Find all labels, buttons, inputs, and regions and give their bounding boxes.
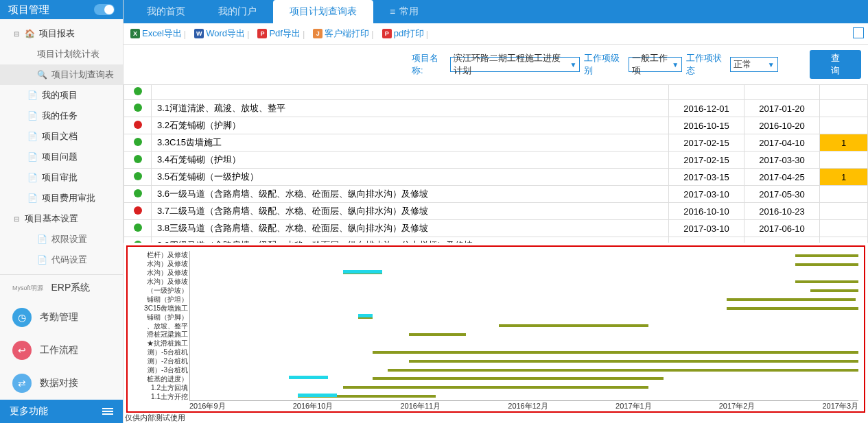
gantt-bar <box>343 270 382 274</box>
sidebar-item[interactable]: 📄项目费用审批 <box>0 188 123 208</box>
end-date: 2016-10-20 <box>744 117 820 134</box>
table-row[interactable]: 3.5石笼铺砌（一级护坡）2017-03-152017-04-251 <box>124 169 868 186</box>
status-dot <box>134 223 142 232</box>
gantt-bar <box>409 333 466 336</box>
x-tick: 2016年11月 <box>400 401 441 411</box>
sidebar-toggle[interactable] <box>94 4 115 15</box>
tab[interactable]: ≡常用 <box>373 0 435 23</box>
start-date: 2016-10-15 <box>669 117 744 134</box>
gantt-bar <box>409 360 858 363</box>
flag-cell <box>820 220 868 237</box>
erp-logo: Mysoft明源 <box>12 284 43 293</box>
select-value: 滨江环路二期工程施工进度计划 <box>454 52 567 77</box>
flag-cell <box>820 117 868 134</box>
task-name: 3.6一级马道（含路肩墙、级配、水稳、砼面层、纵向排水沟）及修坡 <box>152 186 669 203</box>
sidebar-item[interactable]: 📄项目审批 <box>0 167 123 188</box>
status-dot <box>134 206 142 215</box>
status-dot <box>134 241 142 243</box>
gantt-bar <box>727 298 856 301</box>
gantt-row-label: 测）-5台桩机 <box>128 348 188 356</box>
work-level-select[interactable]: 一般工作项▼ <box>629 57 682 72</box>
chevron-down-icon: ▼ <box>669 61 679 69</box>
tab[interactable]: 我的门户 <box>202 0 273 23</box>
table-row[interactable]: 3.9四级马道（含路肩墙、级配、水稳、砼面层、纵向排水沟、仿木栏杆）及修坡201… <box>124 237 868 243</box>
gantt-row-label: 测）-2台桩机 <box>128 357 188 365</box>
gantt-row-label: （一级护坡） <box>128 287 188 295</box>
end-date: 2017-05-10 <box>744 237 820 243</box>
task-name: 3.3C15齿墙施工 <box>152 134 669 152</box>
x-tick: 2017年1月 <box>615 401 652 411</box>
task-name: 3.4石笼铺砌（护坦） <box>152 152 669 169</box>
export-button[interactable]: XExcel导出| <box>130 27 186 40</box>
more-functions-button[interactable]: 更多功能 <box>0 400 123 423</box>
work-status-select[interactable]: 正常▼ <box>730 57 777 72</box>
tab[interactable]: 项目计划查询表 <box>273 0 373 23</box>
sidebar-item[interactable]: 🔍项目计划查询表 <box>0 64 123 85</box>
qm-label: 数据对接 <box>40 377 78 389</box>
flag-cell: 1 <box>820 169 868 186</box>
table-row[interactable]: 3.8三级马道（含路肩墙、级配、水稳、砼面层、纵向排水沟）及修坡2017-03-… <box>124 220 868 237</box>
data-table-wrap: 3.1河道清淤、疏浚、放坡、整平2016-12-012017-01-203.2石… <box>124 84 868 243</box>
sidebar-item[interactable]: ⊟项目基本设置 <box>0 208 123 229</box>
table-row[interactable]: 3.3C15齿墙施工2017-02-152017-04-101 <box>124 134 868 152</box>
end-date: 2017-06-10 <box>744 220 820 237</box>
x-tick: 2017年3月 <box>822 401 858 411</box>
sidebar-item[interactable]: 📄项目问题 <box>0 147 123 167</box>
gantt-bar <box>810 289 858 292</box>
sidebar-item[interactable]: 📄代码设置 <box>0 250 123 270</box>
qm-label: ERP系统 <box>51 282 91 294</box>
table-row[interactable]: 3.7二级马道（含路肩墙、级配、水稳、砼面层、纵向排水沟）及修坡2016-10-… <box>124 203 868 220</box>
qm-attendance[interactable]: ◷ 考勤管理 <box>0 301 123 334</box>
status-dot <box>134 104 142 112</box>
start-date: 2016-10-10 <box>669 203 744 220</box>
link-icon: ⇄ <box>12 374 32 393</box>
gantt-row-label: 桩基的进度） <box>128 375 188 383</box>
export-button[interactable]: J客户端打印| <box>313 27 373 40</box>
flag-cell <box>820 100 868 117</box>
qm-datalink[interactable]: ⇄ 数据对接 <box>0 367 123 400</box>
gantt-chart: 栏杆）及修坡水沟）及修坡水沟）及修坡水沟）及修坡（一级护坡）铺砌（护坦）3C15… <box>126 245 865 413</box>
start-date: 2017-03-15 <box>669 169 744 186</box>
gantt-bar <box>358 314 373 317</box>
clock-icon: ◷ <box>12 308 32 327</box>
end-date: 2017-04-25 <box>744 169 820 186</box>
sidebar-item[interactable]: 📄我的项目 <box>0 85 123 106</box>
end-date: 2017-05-30 <box>744 186 820 203</box>
gantt-bar <box>795 280 858 283</box>
sidebar-item[interactable]: 项目计划统计表 <box>0 44 123 64</box>
table-row[interactable]: 3.1河道清淤、疏浚、放坡、整平2016-12-012017-01-20 <box>124 100 868 117</box>
gantt-row-label: 测）-3台桩机 <box>128 366 188 374</box>
query-button[interactable]: 查询 <box>810 50 861 79</box>
export-button[interactable]: WWord导出| <box>194 27 249 40</box>
gantt-row-label: ★抗滑桩施工 <box>128 339 188 348</box>
gantt-row-label: 铺砌（护脚） <box>128 313 188 322</box>
sidebar-item[interactable]: 📄我的任务 <box>0 106 123 126</box>
sidebar-item[interactable]: 📄项目文档 <box>0 126 123 147</box>
select-value: 正常 <box>734 58 751 71</box>
qm-workflow[interactable]: ↩ 工作流程 <box>0 334 123 367</box>
export-button[interactable]: Ppdf打印| <box>382 27 428 40</box>
sidebar-item[interactable]: 📄权限设置 <box>0 229 123 250</box>
qm-erp[interactable]: Mysoft明源 ERP系统 <box>0 275 123 301</box>
status-dot <box>134 138 142 146</box>
sidebar-item[interactable]: ⊟🏠项目报表 <box>0 23 123 44</box>
end-date: 2016-10-23 <box>744 203 820 220</box>
table-row[interactable]: 3.6一级马道（含路肩墙、级配、水稳、砼面层、纵向排水沟）及修坡2017-03-… <box>124 186 868 203</box>
export-button[interactable]: PPdf导出| <box>257 27 305 40</box>
task-name: 3.7二级马道（含路肩墙、级配、水稳、砼面层、纵向排水沟）及修坡 <box>152 203 669 220</box>
project-name-select[interactable]: 滨江环路二期工程施工进度计划▼ <box>450 57 580 72</box>
gantt-plot-area <box>189 251 858 401</box>
gantt-row-label: 铺砌（护坦） <box>128 295 188 304</box>
table-row[interactable]: 3.2石笼铺砌（护脚）2016-10-152016-10-20 <box>124 117 868 134</box>
gantt-bar <box>289 376 328 379</box>
save-icon[interactable] <box>853 27 864 38</box>
table-row[interactable]: 3.4石笼铺砌（护坦）2017-02-152017-03-30 <box>124 152 868 169</box>
end-date: 2017-03-30 <box>744 152 820 169</box>
select-value: 一般工作项 <box>632 52 669 77</box>
gantt-row-label: 水沟）及修坡 <box>128 260 188 268</box>
tab[interactable]: 我的首页 <box>130 0 202 23</box>
x-tick: 2016年12月 <box>508 401 548 411</box>
start-date: 2016-12-01 <box>669 100 744 117</box>
chevron-down-icon: ▼ <box>765 61 775 69</box>
filter-name-label: 项目名称: <box>412 52 446 77</box>
